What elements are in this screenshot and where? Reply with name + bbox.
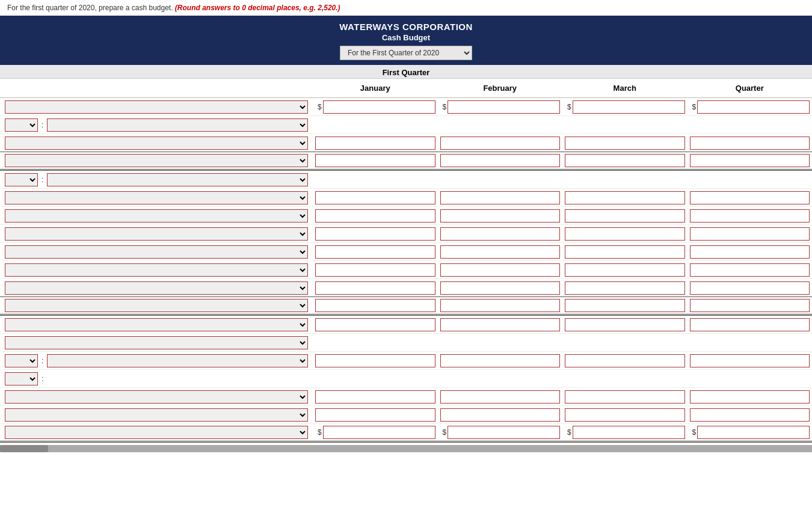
row-3-qtr [687, 135, 813, 151]
row-17-qtr-input[interactable] [690, 390, 810, 404]
row-13-jan-input[interactable] [315, 318, 435, 331]
row-12-qtr-input[interactable] [690, 299, 810, 312]
row-15-feb-input[interactable] [440, 354, 561, 367]
instruction-text: For the first quarter of 2020, prepare a… [7, 4, 173, 12]
row-6-select[interactable] [5, 191, 308, 204]
row-8-select[interactable] [5, 227, 308, 241]
row-10-select[interactable] [5, 263, 308, 277]
row-18-select[interactable] [5, 408, 308, 422]
row-19-mar: $ [562, 425, 687, 440]
row-18-jan-input[interactable] [315, 408, 435, 422]
row-9-select[interactable] [5, 245, 308, 259]
row-8-feb-input[interactable] [440, 227, 561, 241]
row-1-feb-input[interactable] [448, 100, 560, 114]
row-9-feb-input[interactable] [440, 245, 561, 259]
row-9-mar-input[interactable] [565, 245, 685, 259]
scrollbar-thumb[interactable] [0, 445, 48, 452]
row-15-qtr-input[interactable] [690, 354, 810, 367]
row-19-mar-input[interactable] [573, 426, 685, 439]
row-1-jan-input[interactable] [323, 100, 435, 114]
row-12-mar-input[interactable] [565, 299, 685, 312]
row-8-qtr-input[interactable] [690, 227, 810, 241]
row-19-jan: $ [313, 425, 438, 440]
instruction-bar: For the first quarter of 2020, prepare a… [0, 0, 812, 16]
row-11-feb-input[interactable] [440, 281, 561, 295]
row-8-mar-input[interactable] [565, 227, 685, 241]
row-3-qtr-input[interactable] [690, 137, 810, 150]
row-5-large-select[interactable] [47, 173, 308, 186]
row-5: : [0, 171, 812, 189]
row-14-select[interactable] [5, 336, 308, 349]
row-7-feb-input[interactable] [440, 209, 561, 223]
row-10-feb-input[interactable] [440, 263, 561, 277]
label-col-header [0, 81, 313, 95]
row-1-mar-input[interactable] [573, 100, 685, 114]
row-8-jan-input[interactable] [315, 227, 435, 241]
row-6-feb-input[interactable] [440, 191, 561, 204]
row-13-select[interactable] [5, 318, 308, 331]
row-4-mar-input[interactable] [565, 154, 685, 167]
row-4-qtr-input[interactable] [690, 154, 810, 167]
row-6-qtr-input[interactable] [690, 191, 810, 204]
row-13-qtr-input[interactable] [690, 318, 810, 331]
row-4-jan-input[interactable] [315, 154, 435, 167]
row-11-qtr-input[interactable] [690, 281, 810, 295]
row-4-select[interactable] [5, 154, 308, 167]
row-18-feb-input[interactable] [440, 408, 561, 422]
row-17-select[interactable] [5, 390, 308, 404]
row-1-qtr-input[interactable] [697, 100, 810, 114]
row-10-qtr-input[interactable] [690, 263, 810, 277]
row-3-select[interactable] [5, 137, 308, 150]
row-7-qtr-input[interactable] [690, 209, 810, 223]
row-6-mar-input[interactable] [565, 191, 685, 204]
row-19-qtr-input[interactable] [697, 426, 810, 439]
row-5-small-select[interactable] [5, 173, 38, 186]
row-7-jan-input[interactable] [315, 209, 435, 223]
row-4-feb-input[interactable] [440, 154, 561, 167]
row-1-mar: $ [562, 99, 687, 115]
row-15-mar-input[interactable] [565, 354, 685, 367]
row-2-small-select[interactable] [5, 118, 38, 132]
row-7-mar-input[interactable] [565, 209, 685, 223]
row-12-feb-input[interactable] [440, 299, 561, 312]
row-19-jan-input[interactable] [323, 426, 435, 439]
row-18-qtr-input[interactable] [690, 408, 810, 422]
row-9-qtr-input[interactable] [690, 245, 810, 259]
row-6-jan-input[interactable] [315, 191, 435, 204]
row-19-feb-input[interactable] [448, 426, 560, 439]
row-3-mar-input[interactable] [565, 137, 685, 150]
row-1: $ $ $ $ [0, 98, 812, 116]
row-10-jan-input[interactable] [315, 263, 435, 277]
row-13-feb-input[interactable] [440, 318, 561, 331]
row-15-large-select[interactable] [47, 354, 308, 367]
row-18-mar-input[interactable] [565, 408, 685, 422]
row-9-jan-input[interactable] [315, 245, 435, 259]
row-5-jan [313, 179, 438, 181]
row-11-select[interactable] [5, 281, 308, 295]
row-12-select[interactable] [5, 299, 308, 312]
row-15-jan-input[interactable] [315, 354, 435, 367]
row-3-feb-input[interactable] [440, 137, 561, 150]
row-17-feb-input[interactable] [440, 390, 561, 404]
row-3 [0, 134, 812, 152]
row-15-label: : [0, 352, 313, 369]
horizontal-scrollbar[interactable] [0, 445, 812, 452]
row-10-mar-input[interactable] [565, 263, 685, 277]
row-11-mar-input[interactable] [565, 281, 685, 295]
row-1-select[interactable] [5, 100, 308, 114]
row-16-small-select[interactable] [5, 372, 38, 385]
row-17-mar-input[interactable] [565, 390, 685, 404]
row-19-select[interactable] [5, 426, 308, 439]
row-2-large-select[interactable] [47, 118, 308, 132]
period-select[interactable]: For the First Quarter of 2020 For the Se… [340, 46, 472, 60]
row-15-small-select[interactable] [5, 354, 38, 367]
row-6 [0, 189, 812, 207]
row-15: : [0, 352, 812, 370]
row-7-select[interactable] [5, 209, 308, 223]
row-1-jan: $ [313, 99, 438, 115]
row-13-mar-input[interactable] [565, 318, 685, 331]
row-12-jan-input[interactable] [315, 299, 435, 312]
row-17-jan-input[interactable] [315, 390, 435, 404]
row-3-jan-input[interactable] [315, 137, 435, 150]
row-11-jan-input[interactable] [315, 281, 435, 295]
